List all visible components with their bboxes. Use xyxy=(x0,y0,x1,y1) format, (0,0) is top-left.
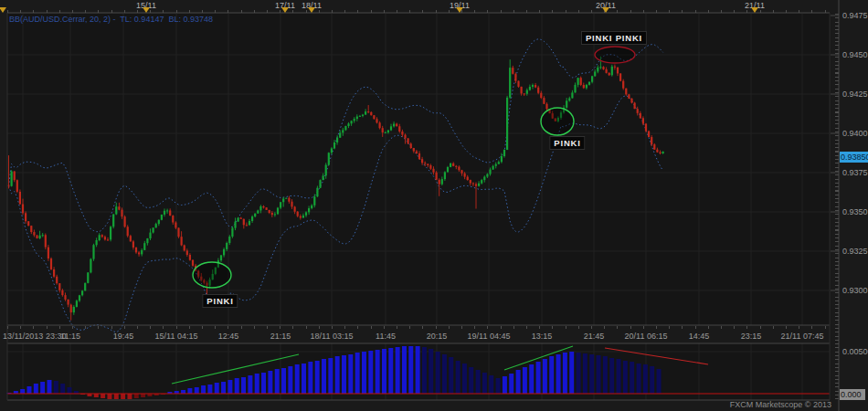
time-axis-ticks xyxy=(7,326,830,329)
time-label: 14:45 xyxy=(689,332,710,341)
pinki-circle-2[interactable] xyxy=(541,108,574,135)
date-marker-icon[interactable] xyxy=(308,7,315,13)
date-marker-icon[interactable] xyxy=(0,7,6,13)
time-label: 23:15 xyxy=(741,332,762,341)
annotation-label[interactable]: PINKI xyxy=(549,136,585,150)
annotation-label[interactable]: PINKI xyxy=(202,294,238,308)
date-marker-icon[interactable] xyxy=(456,7,463,13)
time-label: 13:15 xyxy=(532,332,553,341)
time-label: 21/11 07:45 xyxy=(781,332,824,341)
price-chart-canvas[interactable] xyxy=(0,0,868,411)
main-pane[interactable] xyxy=(7,14,830,325)
time-label: 20/11 06:15 xyxy=(625,332,668,341)
price-label: 0.9425 xyxy=(842,90,868,99)
time-label: 19/11 04:45 xyxy=(468,332,511,341)
time-label: 11:45 xyxy=(376,332,396,341)
pinki-pinki-circle[interactable] xyxy=(595,47,635,63)
time-label: 11:15 xyxy=(60,332,80,341)
zero-value-badge: 0.000 xyxy=(840,389,865,400)
price-label: 0.9475 xyxy=(842,11,868,20)
sub-axis-tick-label: 0.00500 xyxy=(842,347,868,356)
date-marker-icon[interactable] xyxy=(281,7,289,13)
current-price-badge: 0.93850 xyxy=(840,152,868,163)
price-label: 0.9350 xyxy=(842,207,868,216)
time-label: 18/11 03:15 xyxy=(311,332,354,341)
price-label: 0.9450 xyxy=(842,50,868,59)
annotation-label[interactable]: PINKI PINKI xyxy=(581,31,647,45)
time-label: 21:45 xyxy=(584,332,605,341)
date-marker-icon[interactable] xyxy=(143,7,150,13)
chart-window: 15/1117/1118/1119/1120/1121/11 BB(AUD/US… xyxy=(0,0,868,411)
time-label: 13/11/2013 23:30 xyxy=(3,332,66,341)
price-label: 0.9325 xyxy=(842,247,868,256)
watermark: FXCM Marketscope © 2013 xyxy=(730,400,831,409)
price-label: 0.9400 xyxy=(842,129,868,138)
time-label: 20:15 xyxy=(427,332,448,341)
date-axis-ticks xyxy=(7,10,830,13)
time-label: 21:15 xyxy=(270,332,291,341)
price-label: 0.9300 xyxy=(842,286,868,295)
pinki-circle-1[interactable] xyxy=(193,262,231,288)
price-label: 0.9375 xyxy=(842,168,868,177)
time-label: 15/11 04:15 xyxy=(155,332,198,341)
date-marker-icon[interactable] xyxy=(751,7,758,13)
price-axis-ticks xyxy=(835,14,839,400)
time-label: 19:45 xyxy=(113,332,134,341)
date-marker-icon[interactable] xyxy=(602,7,609,13)
indicator-label[interactable]: BB(AUD/USD.Cerrar, 20, 2) - TL: 0.94147 … xyxy=(9,15,213,24)
time-label: 12:45 xyxy=(218,332,239,341)
